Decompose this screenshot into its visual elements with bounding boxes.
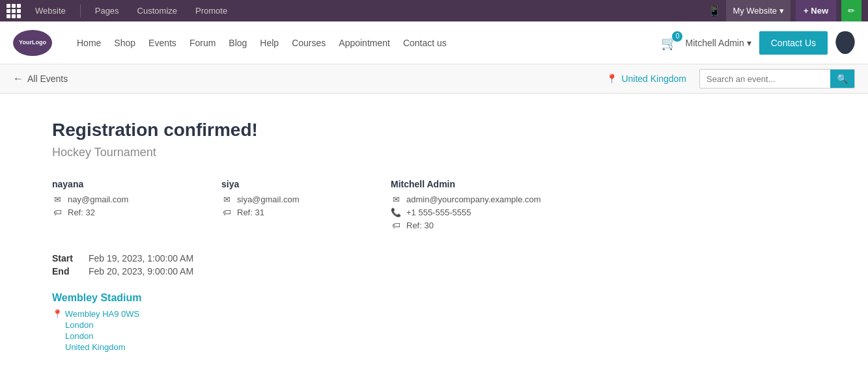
back-arrow-icon: ← (13, 73, 23, 85)
website-title[interactable]: Website (31, 0, 70, 21)
nav-home[interactable]: Home (72, 35, 106, 51)
phone-icon-3: 📞 (391, 208, 401, 217)
divider (80, 5, 81, 18)
registrant-name-2: siya (221, 179, 352, 189)
registrant-email-3: ✉ admin@yourcompany.example.com (391, 195, 541, 204)
dropdown-chevron: ▾ (779, 6, 784, 16)
event-name: Hockey Tournament (52, 146, 729, 159)
nav-events[interactable]: Events (143, 35, 182, 51)
cart-badge: 0 (672, 31, 682, 42)
nav-links: Home Shop Events Forum Blog Help Courses… (72, 35, 648, 51)
email-icon-1: ✉ (52, 195, 63, 204)
user-name: Mitchell Admin (685, 38, 744, 48)
search-input[interactable] (700, 70, 830, 88)
nav-blog[interactable]: Blog (223, 35, 252, 51)
promote-menu[interactable]: Promote (191, 0, 231, 21)
search-button[interactable]: 🔍 (830, 70, 854, 88)
registrant-phone-3: 📞 +1 555-555-5555 (391, 208, 541, 217)
registrant-card-2: siya ✉ siya@gmail.com 🏷 Ref: 31 (221, 179, 352, 234)
logo-image: YourLogo (13, 30, 52, 56)
search-icon: 🔍 (837, 74, 848, 84)
end-date: Feb 20, 2023, 9:00:00 AM (89, 266, 193, 276)
edit-icon: ✏ (848, 6, 855, 16)
nav-right: 🛒 0 Mitchell Admin ▾ Contact Us (661, 31, 855, 55)
registrants-grid: nayana ✉ nay@gmail.com 🏷 Ref: 32 siya ✉ … (52, 179, 729, 234)
start-label: Start (52, 253, 78, 263)
venue-city2: London (52, 331, 729, 341)
my-website-button[interactable]: My Website ▾ (726, 0, 791, 21)
nav-courses[interactable]: Courses (287, 35, 331, 51)
registrant-card-1: nayana ✉ nay@gmail.com 🏷 Ref: 32 (52, 179, 182, 234)
admin-bar-right: 📱 My Website ▾ + New ✏ (708, 0, 861, 21)
pages-menu[interactable]: Pages (91, 0, 123, 21)
back-to-events-link[interactable]: ← All Events (13, 73, 68, 85)
end-label: End (52, 266, 78, 276)
nav-shop[interactable]: Shop (109, 35, 141, 51)
registrant-ref-2: 🏷 Ref: 31 (221, 208, 352, 217)
confirmation-title: Registration confirmed! (52, 120, 729, 141)
end-date-row: End Feb 20, 2023, 9:00:00 AM (52, 266, 729, 276)
tag-icon-3: 🏷 (391, 221, 401, 230)
registrant-email-1: ✉ nay@gmail.com (52, 195, 182, 204)
location-label: United Kingdom (621, 74, 686, 84)
email-icon-2: ✉ (221, 195, 232, 204)
venue-name[interactable]: Wembley Stadium (52, 292, 729, 304)
admin-bar-left: Website Pages Customize Promote (7, 0, 231, 21)
avatar (835, 31, 855, 54)
registrant-name-3: Mitchell Admin (391, 179, 541, 189)
new-button[interactable]: + New (796, 0, 836, 21)
subheader: ← All Events 📍 United Kingdom 🔍 (0, 64, 868, 94)
nav-appointment[interactable]: Appointment (333, 35, 395, 51)
location-filter[interactable]: 📍 United Kingdom (606, 74, 686, 84)
nav-forum[interactable]: Forum (184, 35, 221, 51)
cart-icon[interactable]: 🛒 0 (661, 35, 677, 51)
start-date-row: Start Feb 19, 2023, 1:00:00 AM (52, 253, 729, 263)
nav-contact[interactable]: Contact us (398, 35, 452, 51)
venue-address: 📍 Wembley HA9 0WS (52, 309, 729, 319)
customize-menu[interactable]: Customize (133, 0, 181, 21)
user-dropdown-chevron: ▾ (747, 38, 751, 48)
tag-icon-2: 🏷 (221, 208, 232, 217)
logo[interactable]: YourLogo (13, 30, 52, 56)
admin-bar: Website Pages Customize Promote 📱 My Web… (0, 0, 868, 21)
registrant-name-1: nayana (52, 179, 182, 189)
venue-city1: London (52, 320, 729, 330)
mobile-icon: 📱 (708, 5, 721, 17)
nav-help[interactable]: Help (255, 35, 284, 51)
contact-us-button[interactable]: Contact Us (759, 31, 828, 55)
venue-pin-icon: 📍 (52, 309, 63, 319)
back-label: All Events (27, 74, 68, 84)
edit-button[interactable]: ✏ (841, 0, 861, 21)
search-box: 🔍 (699, 69, 855, 88)
registrant-card-3: Mitchell Admin ✉ admin@yourcompany.examp… (391, 179, 541, 234)
user-menu[interactable]: Mitchell Admin ▾ (685, 38, 751, 48)
grid-menu-icon[interactable] (7, 4, 21, 18)
page-footer (0, 378, 868, 391)
nav-bar: YourLogo Home Shop Events Forum Blog Hel… (0, 21, 868, 64)
tag-icon-1: 🏷 (52, 208, 63, 217)
email-icon-3: ✉ (391, 195, 401, 204)
event-dates: Start Feb 19, 2023, 1:00:00 AM End Feb 2… (52, 253, 729, 276)
registrant-ref-1: 🏷 Ref: 32 (52, 208, 182, 217)
registrant-ref-3: 🏷 Ref: 30 (391, 221, 541, 230)
registrant-email-2: ✉ siya@gmail.com (221, 195, 352, 204)
location-pin-icon: 📍 (606, 74, 617, 84)
start-date: Feb 19, 2023, 1:00:00 AM (89, 253, 193, 263)
main-content: Registration confirmed! Hockey Tournamen… (0, 94, 781, 378)
venue-country: United Kingdom (52, 342, 729, 352)
